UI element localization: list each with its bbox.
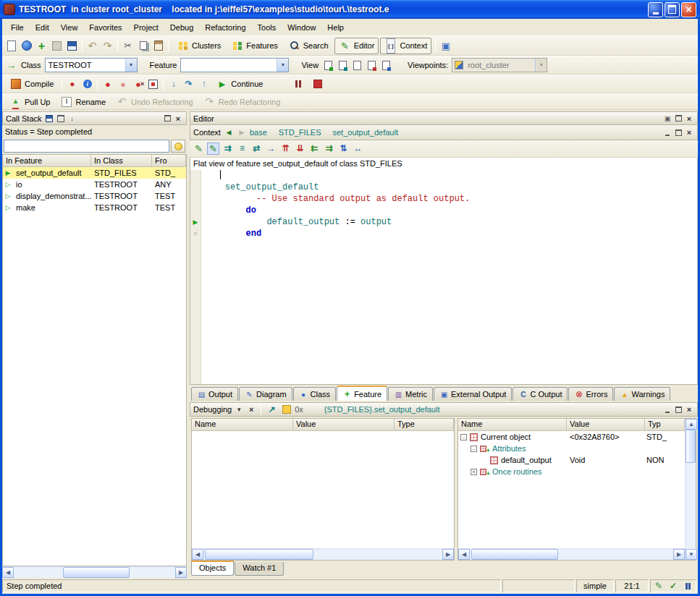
tab-diagram[interactable]: Diagram bbox=[239, 387, 292, 401]
maximize-icon[interactable] bbox=[673, 128, 683, 137]
call-stack-row[interactable]: ▷display_demonstrat...TESTROOTTEST bbox=[3, 190, 186, 202]
freeze-icon[interactable] bbox=[51, 40, 63, 52]
step-into-icon[interactable] bbox=[167, 78, 180, 90]
check-icon[interactable] bbox=[667, 580, 680, 592]
scrollbar-track[interactable] bbox=[203, 549, 442, 560]
info-icon[interactable] bbox=[81, 78, 93, 90]
search-button[interactable]: Search bbox=[284, 38, 333, 54]
tab-c-output[interactable]: C Output bbox=[513, 387, 568, 401]
objects-vertical-scrollbar[interactable]: ▲ ▼ bbox=[685, 419, 696, 560]
context-toggle-button[interactable]: Context bbox=[380, 38, 431, 54]
breadcrumb-cluster[interactable]: base bbox=[250, 128, 267, 137]
object-tree-row[interactable]: -Attributes bbox=[458, 443, 685, 454]
object-tree-row[interactable]: default_outputVoidNON bbox=[458, 454, 685, 466]
pencil-icon[interactable] bbox=[653, 580, 665, 592]
disable-breakpoints-icon[interactable] bbox=[117, 78, 129, 90]
redo-icon[interactable] bbox=[101, 40, 114, 52]
copy-icon[interactable] bbox=[137, 40, 149, 52]
compile-button[interactable]: Compile bbox=[5, 76, 58, 93]
menu-favorites[interactable]: Favorites bbox=[83, 21, 127, 34]
chevron-down-icon[interactable]: ▼ bbox=[277, 59, 288, 72]
menu-file[interactable]: File bbox=[5, 21, 30, 34]
tab-external-output[interactable]: External Output bbox=[434, 387, 512, 401]
tab-output[interactable]: Output bbox=[191, 387, 238, 401]
view-break-icon[interactable] bbox=[366, 59, 378, 72]
tab-class[interactable]: Class bbox=[293, 387, 337, 401]
object-tree-row[interactable]: -Current object<0x32A8760>STD_ bbox=[458, 431, 685, 443]
step-out-icon[interactable] bbox=[198, 78, 210, 90]
address-label[interactable]: 0x bbox=[295, 405, 303, 414]
creators-icon[interactable] bbox=[337, 142, 350, 155]
menu-tools[interactable]: Tools bbox=[252, 21, 282, 34]
tab-watch-1[interactable]: Watch #1 bbox=[235, 562, 284, 576]
call-stack-row[interactable]: ▷makeTESTROOTTEST bbox=[3, 202, 186, 213]
breadcrumb-feature[interactable]: set_output_default bbox=[332, 128, 398, 137]
undo-icon[interactable] bbox=[86, 40, 98, 52]
tab-warnings[interactable]: Warnings bbox=[614, 387, 670, 401]
enable-breakpoints-icon[interactable] bbox=[101, 78, 114, 90]
raise-icon[interactable] bbox=[266, 404, 278, 416]
viewpoints-combo[interactable]: root_cluster▼ bbox=[452, 58, 547, 72]
show-breakpoints-icon[interactable] bbox=[147, 78, 159, 90]
column-header[interactable]: Name bbox=[192, 419, 293, 430]
scroll-left-icon[interactable]: ◀ bbox=[192, 549, 203, 560]
maximize-icon[interactable] bbox=[162, 114, 172, 123]
save-icon[interactable] bbox=[66, 40, 78, 52]
menu-project[interactable]: Project bbox=[128, 21, 164, 34]
menu-view[interactable]: View bbox=[55, 21, 84, 34]
note-icon[interactable] bbox=[280, 404, 292, 416]
cut-icon[interactable] bbox=[122, 40, 134, 52]
undo-refactoring-button[interactable]: Undo Refactoring bbox=[111, 93, 198, 110]
import-icon[interactable] bbox=[67, 114, 77, 123]
tab-objects[interactable]: Objects bbox=[191, 561, 234, 576]
minimize-icon[interactable] bbox=[662, 128, 672, 137]
descendants-icon[interactable] bbox=[294, 142, 306, 155]
menu-help[interactable]: Help bbox=[321, 21, 350, 34]
objects-tree[interactable]: -Current object<0x32A8760>STD_-Attribute… bbox=[458, 431, 685, 548]
scroll-left-icon[interactable]: ◀ bbox=[2, 567, 14, 578]
retarget-icon[interactable] bbox=[250, 142, 263, 155]
new-document-icon[interactable] bbox=[5, 40, 17, 52]
column-header[interactable]: Name bbox=[458, 419, 567, 430]
scrollbar-track[interactable] bbox=[686, 430, 696, 549]
remove-breakpoints-icon[interactable] bbox=[132, 78, 144, 90]
continue-button[interactable]: Continue bbox=[211, 76, 267, 93]
minimize-button[interactable] bbox=[648, 2, 663, 17]
clients-icon[interactable] bbox=[352, 142, 364, 155]
view-plain-icon[interactable] bbox=[351, 59, 363, 72]
tab-errors[interactable]: Errors bbox=[568, 387, 613, 401]
column-header[interactable]: In Feature bbox=[3, 155, 91, 166]
feature-combo[interactable]: ▼ bbox=[180, 58, 289, 72]
call-stack-input[interactable] bbox=[4, 140, 169, 153]
scroll-left-icon[interactable]: ◀ bbox=[458, 549, 470, 560]
view-format-icon[interactable] bbox=[337, 59, 349, 72]
stop-icon[interactable] bbox=[311, 78, 324, 90]
open-in-new-window-icon[interactable] bbox=[5, 59, 17, 72]
call-stack-row[interactable]: ▷ioTESTROOTANY bbox=[3, 179, 186, 190]
open-project-icon[interactable] bbox=[20, 40, 33, 52]
close-icon[interactable] bbox=[684, 128, 694, 137]
close-button[interactable] bbox=[681, 2, 696, 17]
column-header[interactable]: Type bbox=[395, 419, 454, 430]
call-stack-horizontal-scrollbar[interactable]: ◀ ▶ bbox=[2, 566, 187, 578]
pull-up-button[interactable]: Pull Up bbox=[5, 93, 54, 110]
scrollbar-thumb[interactable] bbox=[205, 549, 313, 560]
ancestors-icon[interactable] bbox=[279, 142, 292, 155]
expand-icon[interactable]: + bbox=[471, 469, 477, 475]
scrollbar-thumb[interactable] bbox=[686, 430, 696, 463]
breadcrumb-class[interactable]: STD_FILES bbox=[279, 128, 321, 137]
minimize-icon[interactable] bbox=[662, 405, 672, 414]
redo-refactoring-button[interactable]: Redo Refactoring bbox=[199, 93, 285, 110]
column-header[interactable]: Value bbox=[567, 419, 645, 430]
scrollbar-track[interactable] bbox=[14, 567, 175, 578]
open-file-icon[interactable] bbox=[265, 142, 277, 155]
back-icon[interactable] bbox=[224, 128, 234, 137]
menu-window[interactable]: Window bbox=[282, 21, 321, 34]
address-icon[interactable] bbox=[222, 142, 234, 155]
tab-metric[interactable]: Metric bbox=[388, 387, 433, 401]
menu-edit[interactable]: Edit bbox=[30, 21, 55, 34]
view-link-icon[interactable] bbox=[380, 59, 392, 72]
titlebar[interactable]: TESTROOT in cluster root_cluster located… bbox=[0, 0, 700, 19]
pause-bars-icon[interactable] bbox=[682, 580, 694, 592]
column-header[interactable]: Fro bbox=[152, 155, 186, 166]
